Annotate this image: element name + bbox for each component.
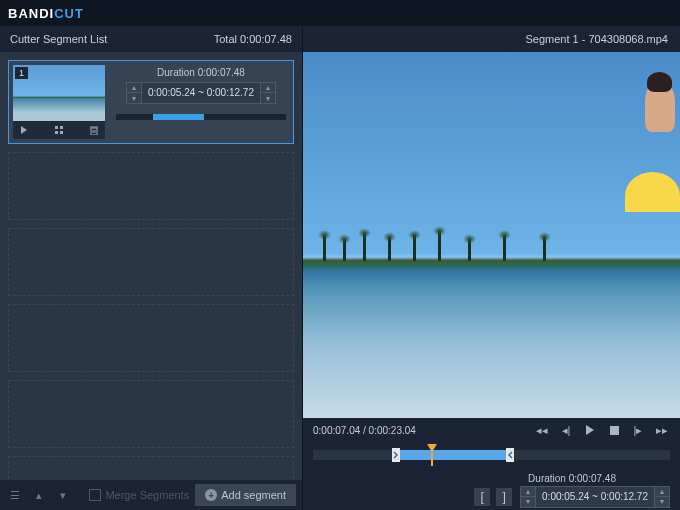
segment-thumbnail-box: 1 <box>13 65 105 139</box>
preview-time-range: 0:00:05.24 ~ 0:00:12.72 <box>536 487 654 507</box>
svg-rect-4 <box>91 128 97 135</box>
bottom-controls: Duration 0:00:07.48 [ ] ▲ ▼ 0:00:05.24 ~… <box>303 470 680 510</box>
preview-panel: Segment 1 - 704308068.mp4 0:00:07.04 / 0… <box>303 26 680 510</box>
scene-element <box>363 233 366 261</box>
segment-play-icon[interactable] <box>17 123 31 137</box>
svg-rect-3 <box>60 131 63 134</box>
move-up-icon[interactable]: ▴ <box>30 486 48 504</box>
preview-start-step-up-icon[interactable]: ▲ <box>521 487 535 497</box>
svg-rect-2 <box>55 131 58 134</box>
segment-thumbnail[interactable]: 1 <box>13 65 105 121</box>
svg-rect-8 <box>610 426 619 435</box>
mark-in-button[interactable]: [ <box>474 488 490 506</box>
empty-segment-slot <box>8 456 294 480</box>
timeline[interactable] <box>303 442 680 470</box>
step-next-icon[interactable]: |▸ <box>630 422 646 438</box>
merge-segments-toggle[interactable]: Merge Segments <box>89 489 189 501</box>
scene-element <box>413 235 416 261</box>
segment-mini-fill <box>153 114 204 120</box>
svg-rect-0 <box>55 126 58 129</box>
segment-info: Duration 0:00:07.48 ▲ ▼ 0:00:05.24 ~ 0:0… <box>113 65 289 139</box>
mark-out-button[interactable]: ] <box>496 488 512 506</box>
playback-bar: 0:00:07.04 / 0:00:23.04 ◂◂ ◂| |▸ ▸▸ <box>303 418 680 442</box>
play-icon[interactable] <box>582 422 598 438</box>
scene-element <box>543 237 546 261</box>
segment-grid-icon[interactable] <box>52 123 66 137</box>
scene-element <box>468 239 471 261</box>
segment-time-input[interactable]: ▲ ▼ 0:00:05.24 ~ 0:00:12.72 ▲ ▼ <box>126 82 276 104</box>
merge-checkbox[interactable] <box>89 489 101 501</box>
add-segment-button[interactable]: + Add segment <box>195 484 296 506</box>
stop-icon[interactable] <box>606 422 622 438</box>
total-duration-label: Total 0:00:07.48 <box>214 33 292 45</box>
timeline-playhead[interactable] <box>427 444 437 452</box>
segments-area: 1 Duration 0:00:07.48 ▲ <box>0 52 302 480</box>
scene-element <box>343 239 346 261</box>
add-segment-label: Add segment <box>221 489 286 501</box>
empty-segment-slot <box>8 228 294 296</box>
preview-start-step-down-icon[interactable]: ▼ <box>521 497 535 507</box>
timeline-track[interactable] <box>313 450 670 460</box>
preview-title: Segment 1 - 704308068.mp4 <box>526 33 669 45</box>
skip-next-icon[interactable]: ▸▸ <box>654 422 670 438</box>
segment-time-range: 0:00:05.24 ~ 0:00:12.72 <box>142 83 260 103</box>
timeline-end-handle[interactable] <box>506 448 514 462</box>
segment-number: 1 <box>15 67 28 79</box>
empty-segment-slot <box>8 152 294 220</box>
playback-time: 0:00:07.04 / 0:00:23.04 <box>313 425 416 436</box>
timeline-selection <box>392 450 506 460</box>
preview-time-input[interactable]: ▲ ▼ 0:00:05.24 ~ 0:00:12.72 ▲ ▼ <box>520 486 670 508</box>
list-menu-icon[interactable]: ☰ <box>6 486 24 504</box>
segment-item[interactable]: 1 Duration 0:00:07.48 ▲ <box>8 60 294 144</box>
preview-duration-label: Duration 0:00:07.48 <box>528 473 616 484</box>
preview-end-step-down-icon[interactable]: ▼ <box>655 497 669 507</box>
segment-mini-track[interactable] <box>116 114 286 120</box>
app-header: BANDICUT <box>0 0 680 26</box>
scene-element <box>620 72 680 212</box>
scene-element <box>503 235 506 261</box>
empty-segment-slot <box>8 380 294 448</box>
app-logo: BANDICUT <box>8 6 84 21</box>
timeline-start-handle[interactable] <box>392 448 400 462</box>
preview-header: Segment 1 - 704308068.mp4 <box>303 26 680 52</box>
merge-label: Merge Segments <box>105 489 189 501</box>
segment-mini-controls <box>13 121 105 139</box>
end-step-up-icon[interactable]: ▲ <box>261 83 275 93</box>
preview-end-step-up-icon[interactable]: ▲ <box>655 487 669 497</box>
scene-element <box>388 237 391 261</box>
skip-prev-icon[interactable]: ◂◂ <box>534 422 550 438</box>
empty-segment-slot <box>8 304 294 372</box>
scene-element <box>438 231 441 261</box>
start-step-up-icon[interactable]: ▲ <box>127 83 141 93</box>
segment-list-footer: ☰ ▴ ▾ Merge Segments + Add segment <box>0 480 302 510</box>
end-step-down-icon[interactable]: ▼ <box>261 93 275 103</box>
start-step-down-icon[interactable]: ▼ <box>127 93 141 103</box>
segment-list-header: Cutter Segment List Total 0:00:07.48 <box>0 26 302 52</box>
segment-duration-label: Duration 0:00:07.48 <box>157 67 245 78</box>
scene-element <box>323 235 326 261</box>
svg-rect-1 <box>60 126 63 129</box>
plus-icon: + <box>205 489 217 501</box>
step-prev-icon[interactable]: ◂| <box>558 422 574 438</box>
segment-list-title: Cutter Segment List <box>10 33 107 45</box>
video-preview[interactable] <box>303 52 680 418</box>
move-down-icon[interactable]: ▾ <box>54 486 72 504</box>
segment-delete-icon[interactable] <box>87 123 101 137</box>
segment-list-panel: Cutter Segment List Total 0:00:07.48 1 <box>0 26 303 510</box>
